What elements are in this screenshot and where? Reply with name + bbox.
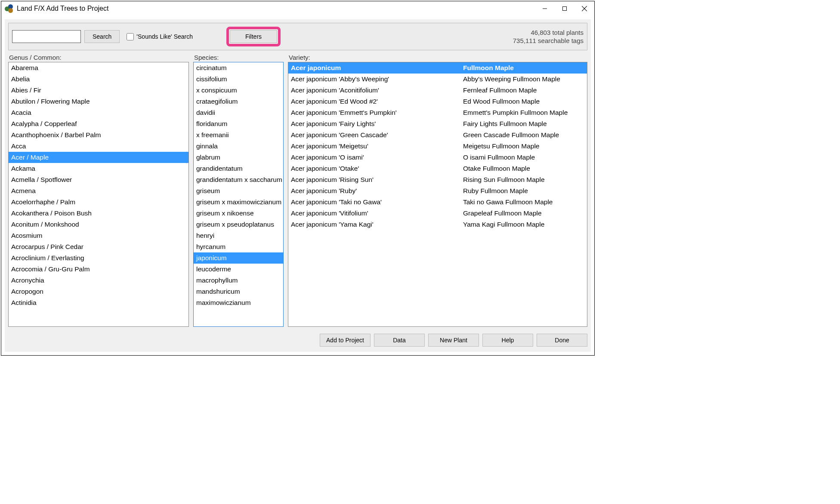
list-item[interactable]: Acer japonicum 'O isami'O isami Fullmoon… [288, 152, 587, 163]
close-button[interactable] [574, 1, 594, 16]
list-item[interactable]: Abies / Fir [9, 85, 188, 96]
list-item[interactable]: Acer japonicum 'Abby's Weeping'Abby's We… [288, 74, 587, 85]
variety-latin: Acer japonicum 'Abby's Weeping' [291, 74, 463, 84]
variety-listbox[interactable]: Acer japonicumFullmoon MapleAcer japonic… [288, 62, 587, 327]
list-item[interactable]: Acer japonicumFullmoon Maple [288, 62, 587, 74]
variety-latin: Acer japonicum [291, 63, 463, 73]
list-item[interactable]: Acer japonicum 'Emmett's Pumpkin'Emmett'… [288, 107, 587, 118]
list-item[interactable]: Acer japonicum 'Ruby'Ruby Fullmoon Maple [288, 185, 587, 197]
filters-button[interactable]: Filters [230, 30, 277, 43]
list-item[interactable]: Acmella / Spotflower [9, 174, 188, 185]
list-item[interactable]: grandidentatum [194, 163, 283, 174]
list-item[interactable]: Acronychia [9, 275, 188, 286]
variety-common: Green Cascade Fullmoon Maple [463, 130, 584, 140]
new-plant-button[interactable]: New Plant [428, 334, 479, 347]
list-item[interactable]: Abarema [9, 62, 188, 74]
list-item[interactable]: Acer japonicum 'Fairy Lights'Fairy Light… [288, 118, 587, 129]
list-item[interactable]: hyrcanum [194, 241, 283, 252]
list-item[interactable]: davidii [194, 107, 283, 118]
list-item[interactable]: Abutilon / Flowering Maple [9, 96, 188, 107]
list-item[interactable]: henryi [194, 230, 283, 241]
genus-listbox[interactable]: AbaremaAbeliaAbies / FirAbutilon / Flowe… [8, 62, 189, 327]
stats: 46,803 total plants 735,111 searchable t… [513, 28, 584, 45]
list-item[interactable]: Acca [9, 141, 188, 152]
list-item[interactable]: Abelia [9, 74, 188, 85]
variety-common: Meigetsu Fullmoon Maple [463, 141, 584, 151]
variety-common: Fernleaf Fullmoon Maple [463, 85, 584, 95]
list-item[interactable]: x freemanii [194, 129, 283, 141]
list-item[interactable]: Acer japonicum 'Otake'Otake Fullmoon Map… [288, 163, 587, 174]
app-icon [5, 4, 13, 13]
list-item[interactable]: grandidentatum x saccharum [194, 174, 283, 185]
list-item[interactable]: Acrocomia / Gru-Gru Palm [9, 264, 188, 275]
list-item[interactable]: Acacia [9, 107, 188, 118]
variety-common: Rising Sun Fullmoon Maple [463, 175, 584, 185]
list-item[interactable]: Actinidia [9, 297, 188, 308]
filters-highlight: Filters [226, 27, 281, 46]
list-item[interactable]: Acoelorrhaphe / Palm [9, 197, 188, 208]
list-item[interactable]: maximowiczianum [194, 297, 283, 308]
list-item[interactable]: cissifolium [194, 74, 283, 85]
list-item[interactable]: Acanthophoenix / Barbel Palm [9, 129, 188, 141]
columns: Genus / Common: AbaremaAbeliaAbies / Fir… [8, 54, 587, 327]
list-item[interactable]: Acosmium [9, 230, 188, 241]
list-item[interactable]: glabrum [194, 152, 283, 163]
window-controls [535, 1, 594, 16]
list-item[interactable]: Acer japonicum 'Green Cascade'Green Casc… [288, 129, 587, 141]
list-item[interactable]: mandshuricum [194, 286, 283, 297]
list-item[interactable]: ginnala [194, 141, 283, 152]
maximize-button[interactable] [555, 1, 574, 16]
species-column: Species: circinatumcissifoliumx conspicu… [193, 54, 284, 327]
dialog-window: Land F/X Add Trees to Project Search 'So… [1, 1, 595, 356]
variety-latin: Acer japonicum 'Yama Kagi' [291, 219, 463, 230]
data-button[interactable]: Data [374, 334, 425, 347]
species-label: Species: [193, 54, 284, 61]
variety-label: Variety: [288, 54, 587, 61]
variety-latin: Acer japonicum 'Meigetsu' [291, 141, 463, 151]
list-item[interactable]: griseum [194, 185, 283, 197]
list-item[interactable]: griseum x pseudoplatanus [194, 219, 283, 230]
list-item[interactable]: Acer japonicum 'Taki no Gawa'Taki no Gaw… [288, 197, 587, 208]
search-input[interactable] [12, 30, 81, 43]
list-item[interactable]: Acropogon [9, 286, 188, 297]
list-item[interactable]: Acer japonicum 'Yama Kagi'Yama Kagi Full… [288, 219, 587, 230]
list-item[interactable]: Acer japonicum 'Aconitifolium'Fernleaf F… [288, 85, 587, 96]
variety-latin: Acer japonicum 'O isami' [291, 152, 463, 163]
list-item[interactable]: Acer japonicum 'Meigetsu'Meigetsu Fullmo… [288, 141, 587, 152]
list-item[interactable]: macrophyllum [194, 275, 283, 286]
search-button[interactable]: Search [84, 30, 120, 43]
list-item[interactable]: japonicum [194, 252, 283, 264]
list-item[interactable]: Acer japonicum 'Vitifolium'Grapeleaf Ful… [288, 208, 587, 219]
add-to-project-button[interactable]: Add to Project [320, 334, 371, 347]
list-item[interactable]: floridanum [194, 118, 283, 129]
toolbar: Search 'Sounds Like' Search Filters 46,8… [8, 23, 587, 50]
variety-common: Yama Kagi Fullmoon Maple [463, 219, 584, 230]
sounds-like-input[interactable] [127, 33, 134, 40]
done-button[interactable]: Done [537, 334, 587, 347]
list-item[interactable]: leucoderme [194, 264, 283, 275]
list-item[interactable]: x conspicuum [194, 85, 283, 96]
variety-common: Grapeleaf Fullmoon Maple [463, 208, 584, 218]
list-item[interactable]: Acmena [9, 185, 188, 197]
sounds-like-checkbox[interactable]: 'Sounds Like' Search [127, 33, 193, 40]
list-item[interactable]: Acer japonicum 'Ed Wood #2'Ed Wood Fullm… [288, 96, 587, 107]
list-item[interactable]: Ackama [9, 163, 188, 174]
list-item[interactable]: circinatum [194, 62, 283, 74]
list-item[interactable]: Aconitum / Monkshood [9, 219, 188, 230]
list-item[interactable]: Acer japonicum 'Rising Sun'Rising Sun Fu… [288, 174, 587, 185]
list-item[interactable]: Acalypha / Copperleaf [9, 118, 188, 129]
variety-latin: Acer japonicum 'Fairy Lights' [291, 119, 463, 129]
list-item[interactable]: Acokanthera / Poison Bush [9, 208, 188, 219]
list-item[interactable]: Acrocarpus / Pink Cedar [9, 241, 188, 252]
variety-common: Ed Wood Fullmoon Maple [463, 96, 584, 107]
list-item[interactable]: crataegifolium [194, 96, 283, 107]
list-item[interactable]: griseum x maximowiczianum [194, 197, 283, 208]
list-item[interactable]: Acer / Maple [9, 152, 188, 163]
minimize-button[interactable] [535, 1, 555, 16]
list-item[interactable]: griseum x nikoense [194, 208, 283, 219]
species-listbox[interactable]: circinatumcissifoliumx conspicuumcrataeg… [193, 62, 284, 327]
list-item[interactable]: Acroclinium / Everlasting [9, 252, 188, 264]
help-button[interactable]: Help [482, 334, 533, 347]
variety-latin: Acer japonicum 'Ruby' [291, 186, 463, 196]
stats-searchable-tags: 735,111 searchable tags [513, 37, 584, 45]
